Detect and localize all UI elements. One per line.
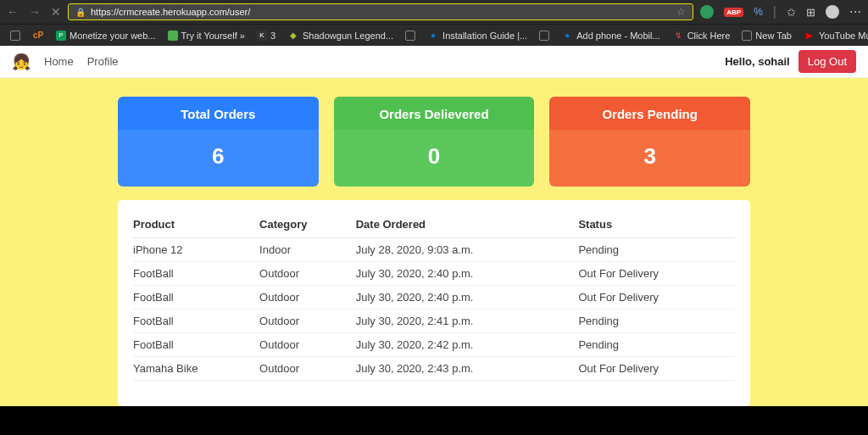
lock-icon: 🔒 <box>75 8 86 17</box>
cell-category: Outdoor <box>259 286 356 310</box>
cell-product: Yamaha Bike <box>133 357 259 381</box>
cell-status: Pending <box>578 238 735 262</box>
cell-product: iPhone 12 <box>133 238 259 262</box>
forward-button[interactable]: → <box>29 5 41 19</box>
bookmark-icon: ● <box>561 30 573 42</box>
cell-product: FootBall <box>133 333 259 357</box>
bottom-bar <box>0 406 868 421</box>
bookmark-icon <box>742 31 752 41</box>
url-bar[interactable]: 🔒 https://crmcreate.herokuapp.com/user/ … <box>68 3 693 20</box>
bookmark-label: 3 <box>270 31 275 41</box>
menu-dots-icon[interactable]: ⋯ <box>849 5 861 19</box>
bookmark-item[interactable]: K3 <box>253 29 279 42</box>
cell-product: FootBall <box>133 262 259 286</box>
bookmark-label: New Tab <box>755 31 792 41</box>
bookmarks-bar: cPPMonetize your web...Try it Yourself »… <box>0 24 868 46</box>
navbar-right: Hello, sohail Log Out <box>725 50 856 73</box>
cell-category: Outdoor <box>259 333 356 357</box>
cell-date: July 28, 2020, 9:03 a.m. <box>356 238 579 262</box>
bookmark-icon <box>10 31 20 41</box>
bookmark-item[interactable]: Try it Yourself » <box>164 29 248 42</box>
stat-card-total: Total Orders 6 <box>118 97 319 187</box>
bookmark-icon: K <box>257 31 267 41</box>
app-logo-icon: 👧 <box>12 53 31 71</box>
bookmark-label: Installation Guide |... <box>442 31 527 41</box>
nav-profile[interactable]: Profile <box>81 55 125 68</box>
cell-status: Out For Delivery <box>578 262 735 286</box>
hello-user: Hello, sohail <box>725 55 790 68</box>
bookmark-item[interactable]: ●Installation Guide |... <box>424 28 531 43</box>
cell-category: Outdoor <box>259 310 356 333</box>
collections-icon[interactable]: ⊞ <box>806 6 815 19</box>
bookmark-item[interactable] <box>402 29 419 42</box>
bookmark-item[interactable]: ●Add phone - Mobil... <box>558 28 663 43</box>
stats-row: Total Orders 6 Orders Delievered 0 Order… <box>118 97 750 187</box>
app-navbar: 👧 Home Profile Hello, sohail Log Out <box>0 46 868 78</box>
cell-status: Pending <box>578 310 735 333</box>
bookmark-label: YouTube Music <box>819 31 868 41</box>
bookmark-icon: cP <box>32 30 44 42</box>
bookmark-item[interactable]: ↯Click Here <box>669 28 734 43</box>
cell-date: July 30, 2020, 2:42 p.m. <box>356 333 579 357</box>
table-row: iPhone 12IndoorJuly 28, 2020, 9:03 a.m.P… <box>133 238 735 262</box>
bookmark-label: Add phone - Mobil... <box>576 31 659 41</box>
bookmark-item[interactable] <box>7 29 24 42</box>
browser-chrome-top: ← → ✕ 🔒 https://crmcreate.herokuapp.com/… <box>0 0 868 24</box>
back-button[interactable]: ← <box>7 5 19 19</box>
bookmark-item[interactable]: cP <box>29 28 47 43</box>
stat-delivered-value: 0 <box>334 130 535 187</box>
stat-total-value: 6 <box>118 130 319 187</box>
bookmark-icon: ↯ <box>672 30 684 42</box>
stat-total-label: Total Orders <box>118 97 319 130</box>
bookmark-label: Monetize your web... <box>70 31 156 41</box>
grammarly-icon[interactable] <box>700 5 714 19</box>
table-row: FootBallOutdoorJuly 30, 2020, 2:40 p.m.O… <box>133 286 735 310</box>
logout-button[interactable]: Log Out <box>798 50 856 73</box>
bookmark-item[interactable]: New Tab <box>738 29 795 42</box>
table-row: FootBallOutdoorJuly 30, 2020, 2:41 p.m.P… <box>133 310 735 333</box>
bookmark-icon <box>168 31 178 41</box>
cell-category: Outdoor <box>259 262 356 286</box>
favorites-star-icon[interactable]: ✩ <box>787 6 796 19</box>
bookmark-item[interactable]: PMonetize your web... <box>53 29 159 42</box>
cell-category: Outdoor <box>259 357 356 381</box>
stat-pending-value: 3 <box>549 130 750 187</box>
extension-icons: ABP % | ✩ ⊞ ⋯ <box>700 4 861 20</box>
cell-product: FootBall <box>133 310 259 333</box>
th-product: Product <box>133 214 259 238</box>
bookmark-item[interactable] <box>536 29 553 42</box>
link-ext-icon[interactable]: % <box>754 6 763 18</box>
bookmark-icon <box>539 31 549 41</box>
bookmark-item[interactable]: ◆Shadowgun Legend... <box>284 28 397 43</box>
bookmark-icon: P <box>56 31 66 41</box>
bookmark-icon: ● <box>427 30 439 42</box>
table-row: FootBallOutdoorJuly 30, 2020, 2:42 p.m.P… <box>133 333 735 357</box>
cell-date: July 30, 2020, 2:43 p.m. <box>356 357 579 381</box>
cell-date: July 30, 2020, 2:41 p.m. <box>356 310 579 333</box>
cell-category: Indoor <box>259 238 356 262</box>
cell-product: FootBall <box>133 286 259 310</box>
stat-pending-label: Orders Pending <box>549 97 750 130</box>
bookmark-label: Shadowgun Legend... <box>303 31 393 41</box>
divider-icon: | <box>773 4 776 20</box>
bookmark-item[interactable]: ▶YouTube Music <box>800 28 868 43</box>
th-category: Category <box>259 214 356 238</box>
cell-status: Out For Delivery <box>578 357 735 381</box>
favorite-icon[interactable]: ☆ <box>676 6 686 18</box>
abp-icon[interactable]: ABP <box>724 8 743 17</box>
main-content: Total Orders 6 Orders Delievered 0 Order… <box>0 78 868 421</box>
cell-status: Pending <box>578 333 735 357</box>
profile-avatar[interactable] <box>826 5 839 19</box>
bookmark-label: Click Here <box>687 31 731 41</box>
bookmark-icon <box>405 31 415 41</box>
th-date: Date Ordered <box>356 214 579 238</box>
bookmark-icon: ◆ <box>287 30 299 42</box>
url-text: https://crmcreate.herokuapp.com/user/ <box>91 7 671 17</box>
orders-table: Product Category Date Ordered Status iPh… <box>133 214 735 381</box>
cell-date: July 30, 2020, 2:40 p.m. <box>356 262 579 286</box>
table-row: Yamaha BikeOutdoorJuly 30, 2020, 2:43 p.… <box>133 357 735 381</box>
nav-home[interactable]: Home <box>37 55 81 68</box>
th-status: Status <box>578 214 735 238</box>
stop-button[interactable]: ✕ <box>51 5 61 19</box>
nav-arrows: ← → ✕ <box>7 5 61 19</box>
